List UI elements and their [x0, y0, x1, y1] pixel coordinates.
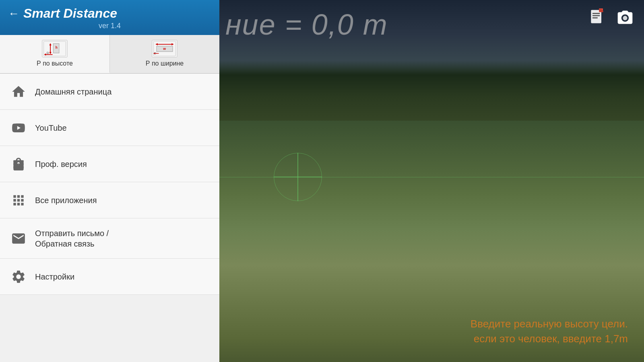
svg-rect-1 [592, 13, 600, 14]
pro-icon [10, 156, 27, 173]
tab-width-label: Р по ширине [146, 60, 184, 67]
mode-tabs: h D Р по высоте W [0, 35, 219, 74]
menu-home-label: Домашняя страница [35, 86, 111, 97]
notepad-button[interactable] [586, 6, 608, 28]
crosshair [274, 153, 322, 201]
tab-height-icon: h D [42, 40, 68, 58]
menu-pro-label: Проф. версия [35, 159, 87, 169]
header-top: ← Smart Distance [8, 6, 211, 21]
menu-list: Домашняя страница YouTube Проф. верси [0, 74, 219, 362]
menu-item-feedback[interactable]: Отправить письмо / Обратная связь [0, 218, 219, 259]
crosshair-vertical [297, 153, 298, 201]
menu-youtube-label: YouTube [35, 123, 67, 133]
camera-button[interactable] [614, 6, 636, 28]
menu-item-youtube[interactable]: YouTube [0, 110, 219, 146]
tab-width-icon: W D [152, 40, 178, 58]
tab-height[interactable]: h D Р по высоте [0, 35, 110, 73]
menu-item-apps[interactable]: Все приложения [0, 182, 219, 218]
app-header: ← Smart Distance ver 1.4 [0, 0, 219, 35]
top-toolbar [586, 6, 636, 28]
tab-height-label: Р по высоте [37, 60, 73, 67]
app-title: Smart Distance [23, 6, 117, 21]
back-button[interactable]: ← [8, 8, 19, 19]
svg-rect-3 [592, 17, 598, 19]
menu-item-pro[interactable]: Проф. версия [0, 146, 219, 182]
hint-text: Введите реальную высоту цели. если это ч… [471, 317, 628, 346]
menu-item-home[interactable]: Домашняя страница [0, 74, 219, 110]
menu-feedback-label: Отправить письмо / Обратная связь [35, 228, 109, 249]
youtube-icon [10, 119, 27, 136]
sidebar: ← Smart Distance ver 1.4 h [0, 0, 219, 362]
settings-icon [10, 268, 27, 285]
mail-icon [10, 230, 27, 247]
version-label: ver 1.4 [8, 22, 211, 30]
menu-item-settings[interactable]: Настройки [0, 259, 219, 295]
svg-rect-2 [592, 15, 600, 16]
svg-text:D: D [47, 51, 49, 55]
svg-text:W: W [163, 47, 166, 51]
svg-point-5 [623, 16, 627, 20]
home-icon [10, 83, 27, 100]
menu-apps-label: Все приложения [35, 195, 97, 206]
svg-text:h: h [56, 46, 58, 49]
menu-settings-label: Настройки [35, 272, 74, 282]
apps-icon [10, 192, 27, 209]
tab-width[interactable]: W D Р по ширине [110, 35, 219, 73]
distance-display: ние = 0,0 m [225, 8, 388, 41]
